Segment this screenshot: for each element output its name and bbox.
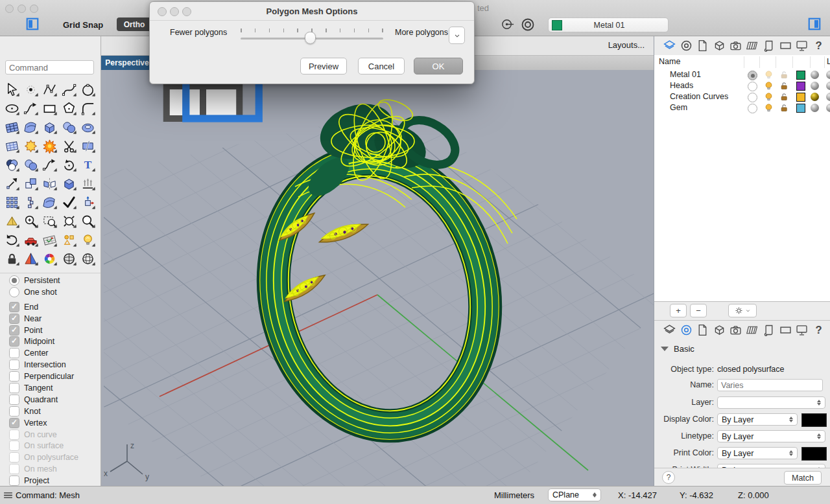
explode-tool-icon[interactable] [22, 137, 40, 155]
osnap-mode-radio[interactable] [9, 275, 19, 286]
copy-tool-icon[interactable] [22, 175, 40, 192]
right-panel-toggle-icon[interactable] [807, 17, 822, 31]
array-tool-icon[interactable] [3, 194, 21, 211]
dialog-minimize-button[interactable] [170, 7, 179, 16]
slider-thumb[interactable] [305, 32, 316, 44]
layer-lock-icon[interactable] [779, 70, 789, 80]
notes-tab-icon[interactable] [762, 323, 776, 337]
ring-model[interactable] [233, 125, 525, 462]
torus-tool-icon[interactable] [79, 119, 97, 136]
units-label[interactable]: Millimeters [494, 490, 534, 500]
box-tab-icon[interactable] [713, 323, 726, 337]
map-tool-icon[interactable] [41, 231, 58, 249]
osnap-mode-item[interactable]: Persistent [9, 275, 100, 286]
help-button[interactable]: ? [662, 471, 675, 484]
box-tool-icon[interactable] [41, 119, 58, 136]
properties-tab-icon[interactable] [680, 38, 693, 52]
zoom-dynamic-tool-icon[interactable] [22, 212, 40, 230]
boolean-union-tool-icon[interactable] [3, 156, 21, 174]
osnap-item[interactable]: Perpendicular [9, 371, 100, 382]
basic-section-title[interactable]: Basic [674, 344, 694, 354]
layer-color-swatch[interactable] [796, 82, 805, 91]
layer-color-swatch[interactable] [796, 93, 805, 102]
layer-color-swatch[interactable] [796, 104, 805, 113]
zoom-extents-tool-icon[interactable] [60, 212, 78, 230]
camera-tab-icon[interactable] [729, 323, 742, 337]
osnap-checkbox[interactable] [9, 302, 19, 312]
osnap-item[interactable]: On polysurface [9, 452, 100, 463]
disclosure-triangle-icon[interactable] [661, 347, 669, 351]
layer-row[interactable]: Heads [654, 80, 830, 91]
layer-color-swatch[interactable] [796, 71, 805, 80]
array-linear-tool-icon[interactable] [22, 194, 40, 211]
render-tool-icon[interactable] [22, 250, 40, 268]
grid-snap-toggle[interactable]: Grid Snap [63, 20, 103, 30]
display-color-swatch[interactable] [801, 413, 827, 427]
ortho-toggle[interactable]: Ortho [117, 17, 152, 31]
osnap-checkbox[interactable] [9, 325, 19, 336]
layer-select[interactable] [717, 396, 825, 409]
undo-view-tool-icon[interactable] [3, 231, 21, 249]
remove-layer-button[interactable]: − [690, 304, 707, 317]
notes-tab-icon[interactable] [762, 38, 776, 52]
layer-current-radio[interactable] [748, 71, 757, 80]
lock-tool-icon[interactable] [3, 250, 21, 268]
window-close-button[interactable] [5, 5, 14, 13]
shaded-view-tool-icon[interactable] [60, 250, 78, 268]
patch-tool-icon[interactable] [22, 119, 40, 136]
osnap-checkbox[interactable] [9, 336, 19, 347]
detailed-options-button[interactable] [449, 27, 465, 44]
osnap-item[interactable]: Quadrant [9, 394, 100, 406]
cplane-select[interactable]: CPlane [548, 488, 601, 501]
preview-button[interactable]: Preview [300, 58, 347, 74]
zoom-tool-icon[interactable] [79, 212, 97, 230]
layer-row[interactable]: Metal 01 [654, 69, 830, 80]
osnap-item[interactable]: End [9, 301, 100, 313]
burst-tool-icon[interactable] [41, 137, 58, 155]
match-button[interactable]: Match [784, 471, 822, 485]
blend-curve-tool-icon[interactable] [41, 156, 58, 174]
record-history-icon[interactable] [501, 17, 516, 32]
camera-tab-icon[interactable] [729, 38, 742, 52]
layer-material-sphere[interactable] [811, 104, 819, 112]
command-menu-icon[interactable] [3, 490, 14, 501]
command-input[interactable] [5, 60, 94, 74]
layer-current-radio[interactable] [748, 104, 757, 113]
osnap-checkbox[interactable] [9, 383, 19, 393]
display-tab-icon[interactable] [795, 323, 809, 337]
display-color-select[interactable]: By Layer [717, 413, 798, 426]
dialog-title-bar[interactable]: Polygon Mesh Options [150, 2, 474, 21]
object-name-field[interactable] [717, 379, 823, 391]
layer-visibility-bulb-icon[interactable] [764, 92, 774, 102]
osnap-checkbox[interactable] [9, 464, 19, 474]
osnap-checkbox[interactable] [9, 418, 19, 428]
trim-tool-icon[interactable] [60, 137, 78, 155]
wireframe-view-tool-icon[interactable] [79, 250, 97, 268]
print-color-select[interactable]: By Layer [717, 447, 798, 459]
ellipse-tool-icon[interactable] [3, 100, 21, 117]
layer-visibility-bulb-icon[interactable] [764, 103, 774, 113]
properties-tab-icon[interactable] [680, 323, 693, 337]
mesh-tool-icon[interactable] [3, 137, 21, 155]
named-views-tool-icon[interactable] [60, 231, 78, 249]
osnap-mode-item[interactable]: One shot [9, 286, 100, 298]
layouts-button[interactable]: Layouts... [608, 40, 645, 50]
ok-button[interactable]: OK [414, 58, 463, 74]
layer-lock-icon[interactable] [779, 92, 789, 102]
page-tab-icon[interactable] [696, 38, 709, 52]
layer-row[interactable]: Creation Curves [654, 91, 830, 102]
osnap-item[interactable]: Knot [9, 406, 100, 417]
circle-tool-icon[interactable] [79, 81, 97, 98]
name-column-header[interactable]: Name [659, 57, 680, 66]
color-wheel-tool-icon[interactable] [41, 250, 58, 268]
layer-options-button[interactable] [728, 304, 757, 317]
left-panel-toggle-icon[interactable] [25, 17, 40, 31]
osnap-checkbox[interactable] [9, 475, 19, 486]
box-tab-icon[interactable] [713, 38, 726, 52]
split-tool-icon[interactable] [79, 137, 97, 155]
osnap-item[interactable]: On curve [9, 429, 100, 441]
curve-tool-icon[interactable] [60, 81, 78, 98]
mirror-tool-icon[interactable] [41, 175, 58, 192]
orient-tool-icon[interactable] [3, 212, 21, 230]
osnap-checkbox[interactable] [9, 452, 19, 463]
